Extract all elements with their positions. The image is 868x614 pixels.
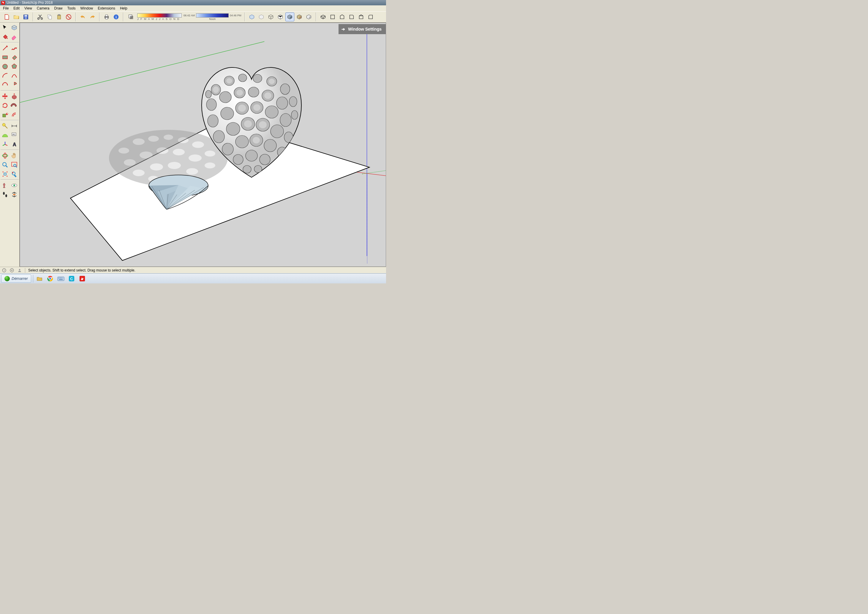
svg-point-77 [219,91,231,103]
svg-point-90 [226,122,240,135]
help-icon[interactable]: ? [2,268,6,273]
time-slider[interactable] [196,13,229,17]
geo-icon[interactable] [9,268,14,273]
svg-point-108 [226,78,232,84]
front-view-button[interactable] [338,12,347,22]
svg-point-107 [213,87,219,93]
window-settings-panel[interactable]: ➔ Window Settings [338,24,386,34]
protractor-tool[interactable] [1,131,9,140]
new-file-button[interactable] [2,12,11,22]
svg-point-116 [253,137,260,143]
text-tool[interactable]: A1 [10,131,19,140]
menu-view[interactable]: View [22,6,34,11]
svg-point-84 [221,107,234,120]
menu-extensions[interactable]: Extensions [95,6,118,11]
arc-tool[interactable] [1,71,9,80]
2point-arc-tool[interactable] [10,71,19,80]
top-view-button[interactable] [328,12,337,22]
svg-point-102 [260,154,270,165]
print-button[interactable] [102,12,111,22]
back-view-button[interactable] [356,12,366,22]
monochrome-style-button[interactable] [304,12,313,22]
svg-point-45 [164,135,173,140]
menu-camera[interactable]: Camera [34,6,52,11]
followme-tool[interactable] [10,101,19,110]
menu-draw[interactable]: Draw [52,6,65,11]
line-tool[interactable] [1,43,9,53]
taskbar-chrome-icon[interactable] [46,274,55,283]
eraser-tool[interactable] [10,33,19,41]
delete-button[interactable] [64,12,73,22]
time-morning-label: 06:42 AM [183,14,195,17]
shadow-toggle-button[interactable] [127,12,135,22]
taskbar-keyboard-icon[interactable] [56,274,65,283]
taskbar-sketchup-icon[interactable] [78,274,87,283]
undo-button[interactable] [78,12,87,22]
wireframe-style-button[interactable] [267,12,275,22]
iso-view-button[interactable] [319,12,327,22]
pie-tool[interactable] [10,81,19,89]
open-file-button[interactable] [12,12,21,22]
polygon-tool[interactable] [10,62,19,71]
save-file-button[interactable] [22,12,30,22]
status-text: Select objects. Shift to extend select. … [28,268,135,272]
date-slider[interactable] [137,13,182,17]
start-button[interactable]: Démarrer [1,274,31,283]
section-plane-tool[interactable] [10,190,19,199]
paint-bucket-tool[interactable] [1,33,9,41]
svg-point-88 [280,113,291,127]
orbit-tool[interactable] [1,151,9,160]
select-tool[interactable] [1,23,9,32]
windows-orb-icon [5,276,10,281]
svg-point-115 [259,121,267,128]
axes-tool[interactable] [1,140,9,149]
svg-point-109 [269,79,275,84]
rotate-tool[interactable] [1,101,9,110]
redo-button[interactable] [88,12,97,22]
right-view-button[interactable] [347,12,356,22]
make-component-tool[interactable] [10,23,19,32]
taskbar-explorer-icon[interactable] [35,274,44,283]
rectangle-tool[interactable] [1,53,9,62]
menu-edit[interactable]: Edit [11,6,22,11]
scale-tool[interactable] [1,110,9,119]
svg-text:i: i [116,15,117,19]
svg-rect-11 [105,15,107,17]
person-icon[interactable] [17,268,22,273]
circle-tool[interactable] [1,62,9,71]
shaded-style-button[interactable] [285,12,294,22]
zoom-extents-tool[interactable] [1,170,9,178]
paste-button[interactable] [55,12,64,22]
menu-file[interactable]: File [1,6,11,11]
3point-arc-tool[interactable] [1,81,9,89]
offset-tool[interactable] [10,110,19,119]
position-camera-tool[interactable] [1,181,9,190]
copy-button[interactable] [45,12,54,22]
hiddenline-style-button[interactable] [276,12,285,22]
pushpull-tool[interactable] [10,92,19,101]
previous-view-tool[interactable] [10,170,19,178]
menu-window[interactable]: Window [78,6,96,11]
shaded-textures-style-button[interactable] [295,12,304,22]
taskbar-app-c-icon[interactable]: C [67,274,76,283]
zoom-tool[interactable] [1,160,9,169]
rotated-rectangle-tool[interactable] [10,53,19,62]
xray-style-button[interactable] [247,12,256,22]
title-bar: ✎ Untitled - SketchUp Pro 2018 [0,0,386,5]
dimension-tool[interactable] [10,121,19,130]
left-view-button[interactable] [366,12,375,22]
look-around-tool[interactable] [10,181,19,190]
freehand-tool[interactable] [10,43,19,53]
menu-help[interactable]: Help [118,6,130,11]
menu-tools[interactable]: Tools [65,6,78,11]
tape-measure-tool[interactable] [1,121,9,130]
3d-viewport[interactable]: ➔ Window Settings [20,23,386,267]
pan-tool[interactable] [10,151,19,160]
walk-tool[interactable] [1,190,9,199]
move-tool[interactable] [1,92,9,101]
zoom-window-tool[interactable] [10,160,19,169]
backedges-style-button[interactable] [257,12,266,22]
cut-button[interactable] [36,12,45,22]
model-info-button[interactable]: i [112,12,121,22]
3d-text-tool[interactable]: A [10,140,19,149]
